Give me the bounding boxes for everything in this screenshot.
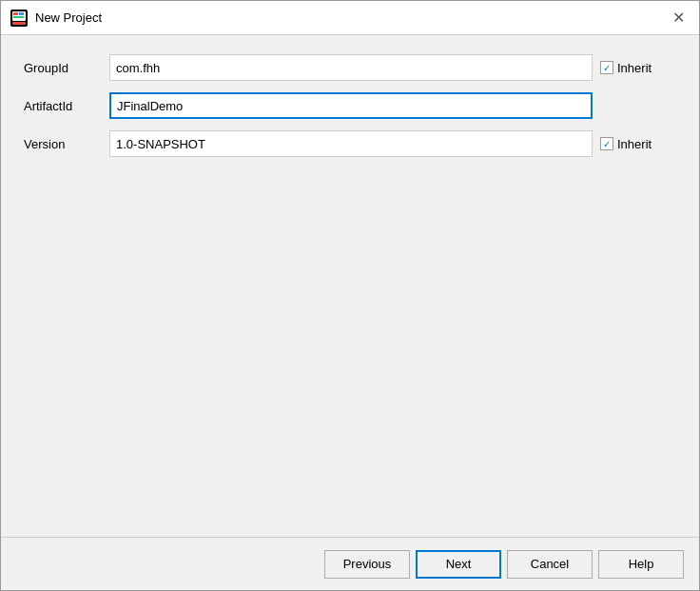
title-bar-left: New Project	[10, 10, 102, 27]
version-inherit-wrap: Inherit	[600, 137, 676, 151]
version-input[interactable]	[109, 130, 593, 157]
close-button[interactable]: ✕	[667, 7, 690, 30]
svg-rect-2	[13, 12, 18, 15]
group-id-input[interactable]	[109, 54, 593, 81]
dialog-title: New Project	[35, 10, 102, 25]
group-id-input-wrap: Inherit	[109, 54, 676, 81]
group-id-inherit-wrap: Inherit	[600, 61, 676, 75]
version-input-wrap: Inherit	[109, 130, 676, 157]
artifact-id-input-wrap	[109, 92, 676, 119]
group-id-inherit-label: Inherit	[617, 61, 651, 75]
dialog-footer: Previous Next Cancel Help	[1, 537, 699, 590]
svg-rect-3	[19, 12, 24, 15]
new-project-dialog: New Project ✕ GroupId Inherit ArtifactId	[0, 0, 700, 591]
title-bar: New Project ✕	[1, 1, 699, 35]
app-icon	[10, 10, 28, 27]
group-id-inherit-checkbox[interactable]	[600, 61, 613, 74]
group-id-row: GroupId Inherit	[24, 54, 676, 81]
next-button[interactable]: Next	[416, 550, 501, 579]
group-id-label: GroupId	[24, 61, 100, 75]
version-row: Version Inherit	[24, 130, 676, 157]
svg-rect-4	[13, 16, 24, 18]
artifact-id-label: ArtifactId	[24, 99, 100, 113]
help-button[interactable]: Help	[598, 550, 684, 579]
dialog-content: GroupId Inherit ArtifactId Version	[1, 35, 699, 537]
artifact-id-row: ArtifactId	[24, 92, 676, 119]
artifact-id-input[interactable]	[109, 92, 593, 119]
version-inherit-checkbox[interactable]	[600, 137, 613, 150]
cancel-button[interactable]: Cancel	[507, 550, 593, 579]
version-label: Version	[24, 137, 100, 151]
svg-rect-5	[12, 22, 26, 25]
previous-button[interactable]: Previous	[324, 550, 410, 579]
version-inherit-label: Inherit	[617, 137, 651, 151]
